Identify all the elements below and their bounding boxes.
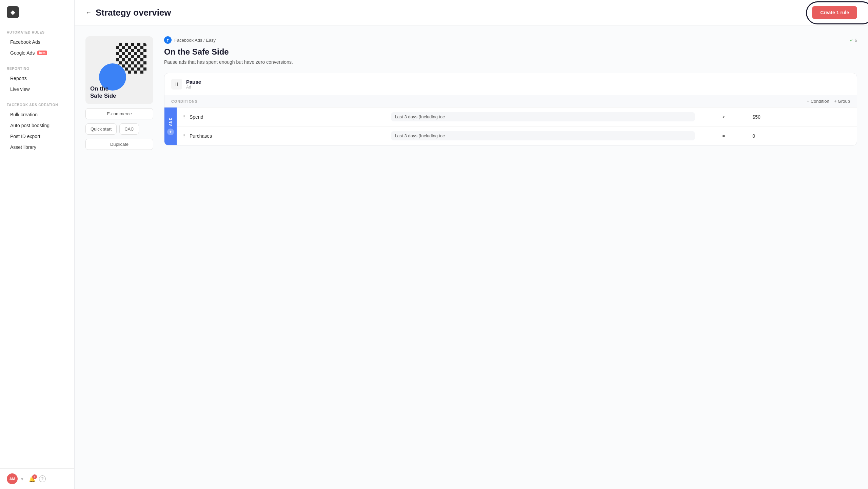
notifications-button[interactable]: 🔔 1 [29, 476, 36, 482]
help-button[interactable]: ? [39, 475, 46, 482]
conditions-body: AND + ⠿ Spend Last 3 days (Including toc… [164, 107, 857, 145]
pause-icon: ⏸ [174, 81, 179, 87]
page-title: Strategy overview [96, 7, 171, 18]
sidebar-item-label-live-view: Live view [10, 86, 30, 92]
tag-duplicate[interactable]: Duplicate [85, 139, 153, 150]
condition-period-spend[interactable]: Last 3 days (Including toc [391, 112, 695, 121]
sidebar-item-live-view[interactable]: Live view [7, 84, 67, 94]
sidebar-item-label-facebook-ads: Facebook Ads [10, 39, 40, 45]
sidebar-item-asset-library[interactable]: Asset library [7, 142, 67, 152]
condition-name-spend: Spend [190, 114, 387, 120]
add-condition-button[interactable]: + Condition [807, 99, 829, 104]
rule-action-label: Pause [186, 79, 201, 85]
back-icon: ← [85, 9, 92, 16]
header-left: ← Strategy overview [85, 7, 171, 18]
meta-path: Facebook Ads / Easy [174, 38, 216, 43]
sidebar-item-reports[interactable]: Reports [7, 73, 67, 83]
notification-count: 1 [32, 474, 37, 479]
condition-period-purchases[interactable]: Last 3 days (Including toc [391, 131, 695, 140]
strategy-card: On the Safe Side E-commerce Quick start … [85, 36, 153, 478]
sidebar-item-bulk-creation[interactable]: Bulk creation [7, 110, 67, 120]
sidebar-section-automated-rules: Automated Rules Facebook Ads Google Ads … [0, 24, 74, 61]
sidebar-item-label-bulk-creation: Bulk creation [10, 112, 38, 117]
rule-action-info: Pause Ad [186, 79, 201, 90]
rule-block: ⏸ Pause Ad CONDITIONS + Condition + Grou… [164, 73, 857, 145]
condition-row-spend: ⠿ Spend Last 3 days (Including toc > $50 [177, 107, 857, 126]
conditions-label: CONDITIONS [171, 99, 198, 103]
sidebar-bottom: AM ▾ 🔔 1 ? [0, 468, 74, 489]
sidebar-item-google-ads[interactable]: Google Ads beta [7, 48, 67, 58]
pause-icon-box: ⏸ [171, 79, 182, 90]
strategy-meta-left: f Facebook Ads / Easy [164, 36, 216, 44]
content-area: On the Safe Side E-commerce Quick start … [75, 25, 868, 489]
tag-ecommerce[interactable]: E-commerce [85, 108, 153, 119]
logo-icon: ◆ [11, 8, 15, 16]
conditions-actions: + Condition + Group [807, 99, 850, 104]
check-icon: ✓ [850, 38, 853, 43]
condition-value-purchases: 0 [752, 133, 851, 139]
thumbnail-text: On the Safe Side [90, 85, 116, 99]
condition-value-spend: $50 [752, 114, 851, 120]
sidebar-item-post-id-export[interactable]: Post ID export [7, 131, 67, 141]
sidebar-item-label-auto-post-boosting: Auto post boosting [10, 123, 50, 128]
app-logo: ◆ [7, 6, 19, 18]
strategy-thumbnail: On the Safe Side [85, 36, 153, 104]
create-rule-wrapper: Create 1 rule [812, 6, 857, 19]
avatar-initials: AM [9, 477, 15, 481]
sidebar: ◆ Automated Rules Facebook Ads Google Ad… [0, 0, 75, 489]
sidebar-item-label-google-ads: Google Ads [10, 50, 35, 56]
drag-handle-purchases[interactable]: ⠿ [182, 133, 185, 139]
strategy-meta: f Facebook Ads / Easy ✓ 6 [164, 36, 857, 44]
check-number: 6 [855, 38, 857, 43]
check-count: ✓ 6 [850, 38, 857, 43]
main-area: ← Strategy overview Create 1 rule On the… [75, 0, 868, 489]
strategy-description: Pause ads that has spent enough but have… [164, 59, 857, 65]
sidebar-item-auto-post-boosting[interactable]: Auto post boosting [7, 120, 67, 131]
avatar[interactable]: AM [7, 473, 18, 484]
section-label-fb-creation: Facebook Ads Creation [7, 103, 67, 107]
strategy-name: On the Safe Side [164, 47, 857, 57]
condition-name-purchases: Purchases [190, 133, 387, 139]
tag-quick-start[interactable]: Quick start [85, 123, 117, 135]
back-button[interactable]: ← [85, 9, 92, 16]
rule-action-sub: Ad [186, 85, 201, 90]
beta-badge: beta [37, 51, 47, 55]
drag-handle-spend[interactable]: ⠿ [182, 114, 185, 120]
condition-op-purchases: = [699, 133, 748, 138]
create-rule-button[interactable]: Create 1 rule [812, 6, 857, 19]
sidebar-item-facebook-ads[interactable]: Facebook Ads [7, 37, 67, 47]
tag-cac[interactable]: CAC [119, 123, 139, 135]
conditions-header: CONDITIONS + Condition + Group [164, 95, 857, 107]
and-bar: AND + [164, 107, 177, 145]
and-label: AND [169, 117, 173, 126]
condition-row-purchases: ⠿ Purchases Last 3 days (Including toc =… [177, 126, 857, 145]
strategy-detail: f Facebook Ads / Easy ✓ 6 On the Safe Si… [164, 36, 857, 478]
sidebar-logo-area: ◆ [0, 0, 74, 24]
avatar-dropdown-icon[interactable]: ▾ [21, 476, 23, 482]
add-group-button[interactable]: + Group [834, 99, 850, 104]
rule-header: ⏸ Pause Ad [164, 73, 857, 95]
tags-row: Quick start CAC [85, 123, 153, 135]
sidebar-item-label-reports: Reports [10, 76, 27, 81]
facebook-icon: f [164, 36, 172, 44]
condition-rows: ⠿ Spend Last 3 days (Including toc > $50… [177, 107, 857, 145]
section-label-reporting: Reporting [7, 67, 67, 71]
page-header: ← Strategy overview Create 1 rule [75, 0, 868, 25]
section-label-automated-rules: Automated Rules [7, 31, 67, 34]
add-cond-plus-button[interactable]: + [167, 129, 174, 135]
sidebar-item-label-post-id-export: Post ID export [10, 134, 40, 139]
sidebar-section-fb-creation: Facebook Ads Creation Bulk creation Auto… [0, 97, 74, 155]
sidebar-section-reporting: Reporting Reports Live view [0, 61, 74, 97]
condition-op-spend: > [699, 114, 748, 119]
sidebar-item-label-asset-library: Asset library [10, 144, 36, 150]
